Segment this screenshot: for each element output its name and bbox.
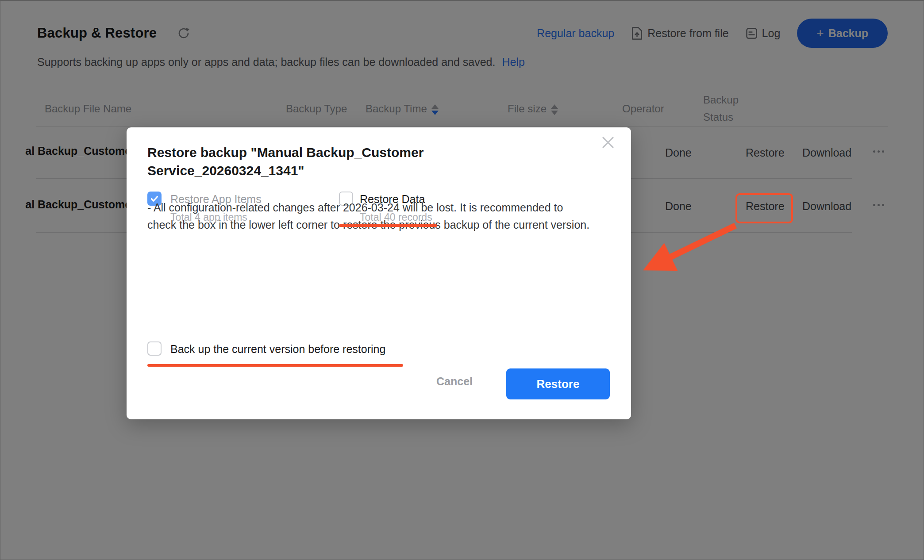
restore-backup-modal: Restore backup "Manual Backup_Customer S… — [127, 127, 631, 419]
restore-confirm-button[interactable]: Restore — [506, 368, 610, 399]
cancel-button[interactable]: Cancel — [436, 375, 473, 388]
backup-before-restore-checkbox[interactable] — [147, 341, 162, 356]
close-icon[interactable] — [598, 133, 618, 152]
backup-before-restore-label: Back up the current version before resto… — [170, 343, 385, 356]
restore-warning-text: - All configuration-related changes afte… — [147, 199, 594, 234]
modal-title: Restore backup "Manual Backup_Customer S… — [147, 143, 484, 180]
